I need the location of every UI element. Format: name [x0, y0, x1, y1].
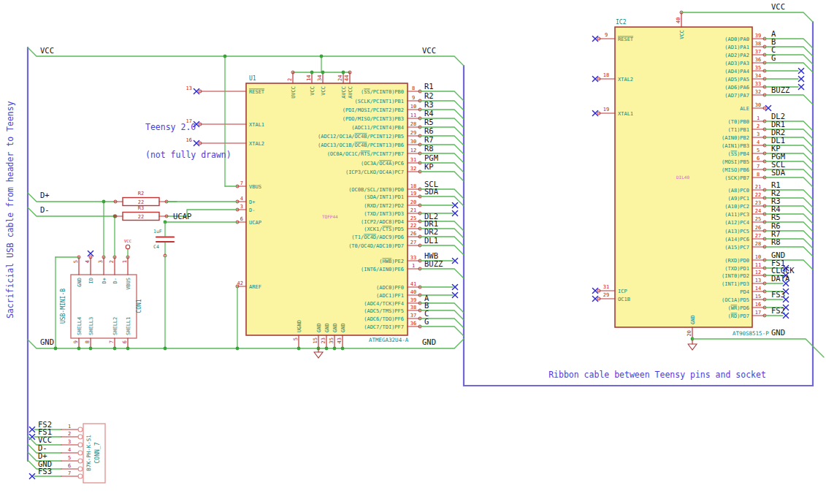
pin-name: (OC0B/SCL/INT0)PD0	[348, 187, 404, 193]
junction-dot	[341, 347, 345, 351]
pin-name: (WR)PD6	[727, 305, 749, 311]
note-usb-cable: Sacrificial USB cable from header to Tee…	[6, 64, 15, 356]
pin-number: 32	[755, 89, 761, 95]
net-label-gnd: GND	[771, 328, 785, 337]
junction-dot	[54, 347, 58, 351]
net-label: R2	[424, 91, 434, 100]
net-label: FS2	[771, 306, 785, 315]
pin-number: 8	[85, 340, 91, 343]
pin-number: 6	[757, 156, 760, 161]
pin-name: GND	[340, 323, 346, 332]
pin-number: 25	[410, 215, 416, 221]
pin-name: (SCLK/PCINT1)PB1	[355, 99, 404, 104]
ic2-footprint: DIL40	[676, 175, 689, 180]
ic2-ref: IC2	[616, 19, 627, 26]
c4-value: 1uF	[153, 229, 162, 234]
pin-number: 33	[755, 81, 761, 87]
pin-number: 43	[337, 337, 343, 343]
pin-number: 33	[410, 255, 416, 261]
pin-number: 41	[410, 281, 416, 287]
pin-number: 24	[755, 208, 761, 214]
pin-number: 9	[412, 95, 415, 101]
net-label: R6	[424, 126, 434, 135]
pin-name: D-	[112, 278, 118, 283]
pin-number: 24	[337, 75, 343, 81]
net-label: R1	[424, 82, 434, 91]
pin-number: 13	[755, 278, 761, 283]
pin-name: PD4	[740, 289, 749, 295]
pin-number: 21	[410, 207, 416, 213]
pin-number: 5	[73, 260, 79, 263]
pin-name: (A10)PC2	[724, 204, 749, 210]
pin-name: (RXD/INT2)PD2	[364, 203, 404, 209]
pin-name: (AD0)PA0	[724, 37, 749, 42]
pin-number: 27	[410, 240, 416, 245]
pin-name: GND	[690, 315, 696, 324]
pin-number: 2	[287, 78, 293, 81]
note-ribbon-cable: Ribbon cable between Teensy pins and soc…	[504, 370, 811, 380]
net-label: PGM	[424, 153, 438, 162]
pin-name: ID	[88, 278, 94, 283]
pin-name: (SDA/INT1)PD1	[364, 194, 404, 200]
pin-number: 31	[410, 157, 416, 163]
pin-number: 21	[755, 184, 761, 190]
pin-number: 39	[755, 33, 761, 39]
pin-name: (MISO)PB6	[722, 167, 749, 173]
note-teensy: Teensy 2.0 (not fully drawn)	[145, 104, 232, 177]
pin-name: UVCC	[291, 86, 297, 99]
pin-number: 6	[68, 463, 71, 469]
pin-number: 4	[240, 196, 243, 202]
con1-ref: CON1	[136, 299, 142, 313]
pin-number: 44	[344, 75, 350, 81]
pin-number: 22	[755, 192, 761, 198]
pin-number: 34	[317, 75, 323, 81]
note-teensy-line2: (not fully drawn)	[145, 150, 232, 160]
pin-number: 3	[757, 131, 760, 137]
pin-number: 20	[410, 199, 416, 205]
pin-name: (XCK1/CTS)PD5	[364, 226, 404, 232]
pin-number: 6	[122, 340, 128, 343]
pin-name: SHELL4	[77, 317, 83, 335]
net-label: G	[424, 317, 429, 326]
pin-name: (AD7)PA7	[724, 93, 749, 99]
pin-name: VCC	[321, 86, 326, 96]
pin-name: (ADC6/TDO)PF6	[364, 316, 404, 322]
pin-name: (AD5)PA5	[724, 77, 749, 83]
pin-name: (TXD/INT3)PD3	[364, 211, 404, 217]
junction-dot	[333, 347, 337, 351]
pin-name: ICP	[618, 289, 627, 294]
net-label-vcc: VCC	[40, 46, 54, 55]
bus-entry	[420, 269, 464, 278]
pin-number: 15	[755, 294, 761, 299]
pin-number: 19	[603, 107, 609, 112]
pin-name: (T0/OC4D/ADC10)PD7	[348, 243, 404, 249]
pin-number: 2	[109, 260, 115, 263]
pin-number: 37	[755, 49, 761, 55]
pin-name: (INT0)PD2	[722, 273, 749, 279]
net-label: R4	[424, 109, 434, 118]
pin-name: GND	[316, 323, 322, 332]
pin-name: (PDO/MISO/PCINT3)PB3	[343, 116, 404, 122]
pin-number: 1	[757, 115, 760, 121]
net-label: SDA	[771, 168, 786, 177]
con1-value: USB-MINI-B	[60, 289, 66, 324]
pin-name: (OC3A/OC4A)PC6	[361, 161, 404, 167]
pin-number: 37	[410, 313, 416, 318]
net-label-gnd: GND	[40, 337, 54, 346]
resistor-value: 22	[138, 214, 144, 220]
pin-number: 1	[122, 260, 128, 263]
pin-number: 18	[603, 72, 609, 78]
pin-name: (T0)PB0	[727, 119, 749, 125]
pin-number: 40	[410, 289, 416, 295]
net-label: KP	[424, 162, 434, 171]
pin-number: 22	[410, 223, 416, 229]
pin-socket	[78, 435, 83, 439]
junction-dot	[310, 71, 314, 75]
u1-value: ATMEGA32U4-A	[369, 337, 409, 343]
pin-name: (T1)PB1	[727, 127, 749, 133]
junction-dot	[102, 200, 106, 204]
pin-name: XTAL2	[618, 77, 633, 83]
pin-number: 34	[755, 73, 761, 79]
pin-number: 7	[757, 164, 760, 169]
net-label: R3	[424, 100, 434, 109]
